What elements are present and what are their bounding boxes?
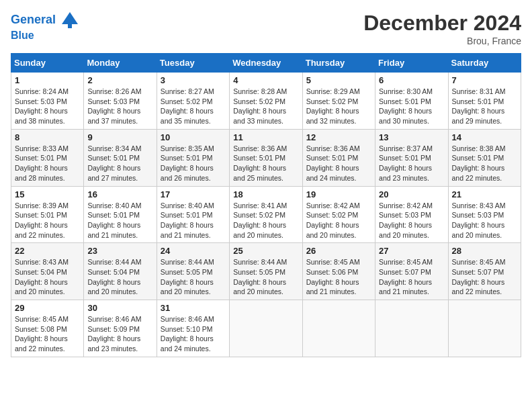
calendar-cell: 29Sunrise: 8:45 AMSunset: 5:08 PMDayligh… bbox=[11, 300, 84, 357]
location: Brou, France bbox=[363, 36, 521, 46]
calendar-cell: 2Sunrise: 8:26 AMSunset: 5:03 PMDaylight… bbox=[84, 73, 157, 130]
calendar-cell: 16Sunrise: 8:40 AMSunset: 5:01 PMDayligh… bbox=[84, 186, 157, 243]
day-info: Sunrise: 8:35 AMSunset: 5:01 PMDaylight:… bbox=[161, 144, 226, 183]
calendar-cell: 15Sunrise: 8:39 AMSunset: 5:01 PMDayligh… bbox=[11, 186, 84, 243]
calendar-table: SundayMondayTuesdayWednesdayThursdayFrid… bbox=[11, 53, 521, 357]
calendar-cell: 22Sunrise: 8:43 AMSunset: 5:04 PMDayligh… bbox=[11, 243, 84, 300]
calendar-cell bbox=[230, 300, 302, 357]
day-info: Sunrise: 8:40 AMSunset: 5:01 PMDaylight:… bbox=[161, 201, 226, 240]
calendar-cell: 8Sunrise: 8:33 AMSunset: 5:01 PMDaylight… bbox=[11, 129, 84, 186]
calendar-cell: 12Sunrise: 8:36 AMSunset: 5:01 PMDayligh… bbox=[302, 129, 375, 186]
day-info: Sunrise: 8:38 AMSunset: 5:01 PMDaylight:… bbox=[452, 144, 517, 183]
day-info: Sunrise: 8:45 AMSunset: 5:08 PMDaylight:… bbox=[15, 314, 80, 354]
calendar-cell bbox=[375, 300, 448, 357]
day-number: 9 bbox=[87, 132, 152, 142]
day-number: 26 bbox=[306, 246, 371, 256]
calendar-cell: 17Sunrise: 8:40 AMSunset: 5:01 PMDayligh… bbox=[157, 186, 229, 243]
calendar-cell: 4Sunrise: 8:28 AMSunset: 5:02 PMDaylight… bbox=[230, 73, 302, 130]
weekday-header-saturday: Saturday bbox=[448, 54, 521, 73]
logo-text-blue: Blue bbox=[11, 30, 79, 42]
calendar-cell: 25Sunrise: 8:44 AMSunset: 5:05 PMDayligh… bbox=[230, 243, 302, 300]
weekday-header-sunday: Sunday bbox=[11, 54, 84, 73]
calendar-cell: 31Sunrise: 8:46 AMSunset: 5:10 PMDayligh… bbox=[157, 300, 229, 357]
day-number: 28 bbox=[452, 246, 517, 256]
day-info: Sunrise: 8:46 AMSunset: 5:10 PMDaylight:… bbox=[161, 314, 226, 354]
day-info: Sunrise: 8:34 AMSunset: 5:01 PMDaylight:… bbox=[87, 144, 152, 183]
day-info: Sunrise: 8:44 AMSunset: 5:05 PMDaylight:… bbox=[161, 257, 226, 297]
day-number: 19 bbox=[306, 189, 371, 199]
calendar-week-row: 22Sunrise: 8:43 AMSunset: 5:04 PMDayligh… bbox=[11, 243, 521, 300]
day-number: 15 bbox=[15, 189, 80, 199]
calendar-header-row: SundayMondayTuesdayWednesdayThursdayFrid… bbox=[11, 54, 521, 73]
day-number: 23 bbox=[87, 246, 152, 256]
calendar-cell: 19Sunrise: 8:42 AMSunset: 5:02 PMDayligh… bbox=[302, 186, 375, 243]
weekday-header-monday: Monday bbox=[84, 54, 157, 73]
day-info: Sunrise: 8:36 AMSunset: 5:01 PMDaylight:… bbox=[306, 144, 371, 183]
day-number: 24 bbox=[161, 246, 226, 256]
calendar-cell: 26Sunrise: 8:45 AMSunset: 5:06 PMDayligh… bbox=[302, 243, 375, 300]
day-info: Sunrise: 8:33 AMSunset: 5:01 PMDaylight:… bbox=[15, 144, 80, 183]
day-number: 29 bbox=[15, 303, 80, 313]
day-info: Sunrise: 8:27 AMSunset: 5:02 PMDaylight:… bbox=[161, 87, 226, 126]
calendar-cell: 6Sunrise: 8:30 AMSunset: 5:01 PMDaylight… bbox=[375, 73, 448, 130]
day-number: 27 bbox=[379, 246, 444, 256]
day-info: Sunrise: 8:28 AMSunset: 5:02 PMDaylight:… bbox=[233, 87, 298, 126]
calendar-week-row: 15Sunrise: 8:39 AMSunset: 5:01 PMDayligh… bbox=[11, 186, 521, 243]
day-number: 5 bbox=[306, 75, 371, 85]
calendar-cell: 14Sunrise: 8:38 AMSunset: 5:01 PMDayligh… bbox=[448, 129, 521, 186]
day-number: 6 bbox=[379, 75, 444, 85]
day-info: Sunrise: 8:31 AMSunset: 5:01 PMDaylight:… bbox=[452, 87, 517, 126]
day-number: 10 bbox=[161, 132, 226, 142]
calendar-cell: 10Sunrise: 8:35 AMSunset: 5:01 PMDayligh… bbox=[157, 129, 229, 186]
svg-rect-1 bbox=[68, 24, 72, 28]
weekday-header-wednesday: Wednesday bbox=[230, 54, 302, 73]
day-info: Sunrise: 8:45 AMSunset: 5:07 PMDaylight:… bbox=[452, 257, 517, 297]
calendar-cell: 30Sunrise: 8:46 AMSunset: 5:09 PMDayligh… bbox=[84, 300, 157, 357]
day-info: Sunrise: 8:43 AMSunset: 5:04 PMDaylight:… bbox=[15, 257, 80, 297]
day-number: 16 bbox=[87, 189, 152, 199]
day-info: Sunrise: 8:36 AMSunset: 5:01 PMDaylight:… bbox=[233, 144, 298, 183]
day-info: Sunrise: 8:39 AMSunset: 5:01 PMDaylight:… bbox=[15, 201, 80, 240]
day-info: Sunrise: 8:42 AMSunset: 5:03 PMDaylight:… bbox=[379, 201, 444, 240]
calendar-cell: 5Sunrise: 8:29 AMSunset: 5:02 PMDaylight… bbox=[302, 73, 375, 130]
calendar-cell: 11Sunrise: 8:36 AMSunset: 5:01 PMDayligh… bbox=[230, 129, 302, 186]
weekday-header-tuesday: Tuesday bbox=[157, 54, 229, 73]
day-number: 7 bbox=[452, 75, 517, 85]
calendar-week-row: 29Sunrise: 8:45 AMSunset: 5:08 PMDayligh… bbox=[11, 300, 521, 357]
calendar-cell: 24Sunrise: 8:44 AMSunset: 5:05 PMDayligh… bbox=[157, 243, 229, 300]
day-info: Sunrise: 8:43 AMSunset: 5:03 PMDaylight:… bbox=[452, 201, 517, 240]
day-info: Sunrise: 8:26 AMSunset: 5:03 PMDaylight:… bbox=[87, 87, 152, 126]
day-number: 30 bbox=[87, 303, 152, 313]
calendar-cell: 7Sunrise: 8:31 AMSunset: 5:01 PMDaylight… bbox=[448, 73, 521, 130]
calendar-week-row: 8Sunrise: 8:33 AMSunset: 5:01 PMDaylight… bbox=[11, 129, 521, 186]
title-area: December 2024 Brou, France bbox=[363, 11, 521, 46]
day-number: 2 bbox=[87, 75, 152, 85]
day-info: Sunrise: 8:40 AMSunset: 5:01 PMDaylight:… bbox=[87, 201, 152, 240]
logo-text: General bbox=[11, 11, 79, 30]
calendar-week-row: 1Sunrise: 8:24 AMSunset: 5:03 PMDaylight… bbox=[11, 73, 521, 130]
day-info: Sunrise: 8:45 AMSunset: 5:07 PMDaylight:… bbox=[379, 257, 444, 297]
day-number: 3 bbox=[161, 75, 226, 85]
day-info: Sunrise: 8:44 AMSunset: 5:05 PMDaylight:… bbox=[233, 257, 298, 297]
calendar-cell: 28Sunrise: 8:45 AMSunset: 5:07 PMDayligh… bbox=[448, 243, 521, 300]
day-number: 11 bbox=[233, 132, 298, 142]
day-info: Sunrise: 8:45 AMSunset: 5:06 PMDaylight:… bbox=[306, 257, 371, 297]
day-number: 22 bbox=[15, 246, 80, 256]
calendar-cell: 1Sunrise: 8:24 AMSunset: 5:03 PMDaylight… bbox=[11, 73, 84, 130]
day-info: Sunrise: 8:44 AMSunset: 5:04 PMDaylight:… bbox=[87, 257, 152, 297]
day-number: 18 bbox=[233, 189, 298, 199]
day-number: 4 bbox=[233, 75, 298, 85]
calendar-cell: 3Sunrise: 8:27 AMSunset: 5:02 PMDaylight… bbox=[157, 73, 229, 130]
day-number: 12 bbox=[306, 132, 371, 142]
calendar-cell: 21Sunrise: 8:43 AMSunset: 5:03 PMDayligh… bbox=[448, 186, 521, 243]
calendar-cell bbox=[448, 300, 521, 357]
calendar-cell: 18Sunrise: 8:41 AMSunset: 5:02 PMDayligh… bbox=[230, 186, 302, 243]
day-info: Sunrise: 8:46 AMSunset: 5:09 PMDaylight:… bbox=[87, 314, 152, 354]
weekday-header-thursday: Thursday bbox=[302, 54, 375, 73]
day-info: Sunrise: 8:30 AMSunset: 5:01 PMDaylight:… bbox=[379, 87, 444, 126]
day-info: Sunrise: 8:37 AMSunset: 5:01 PMDaylight:… bbox=[379, 144, 444, 183]
calendar-cell bbox=[302, 300, 375, 357]
month-title: December 2024 bbox=[363, 11, 521, 36]
day-info: Sunrise: 8:24 AMSunset: 5:03 PMDaylight:… bbox=[15, 87, 80, 126]
weekday-header-friday: Friday bbox=[375, 54, 448, 73]
